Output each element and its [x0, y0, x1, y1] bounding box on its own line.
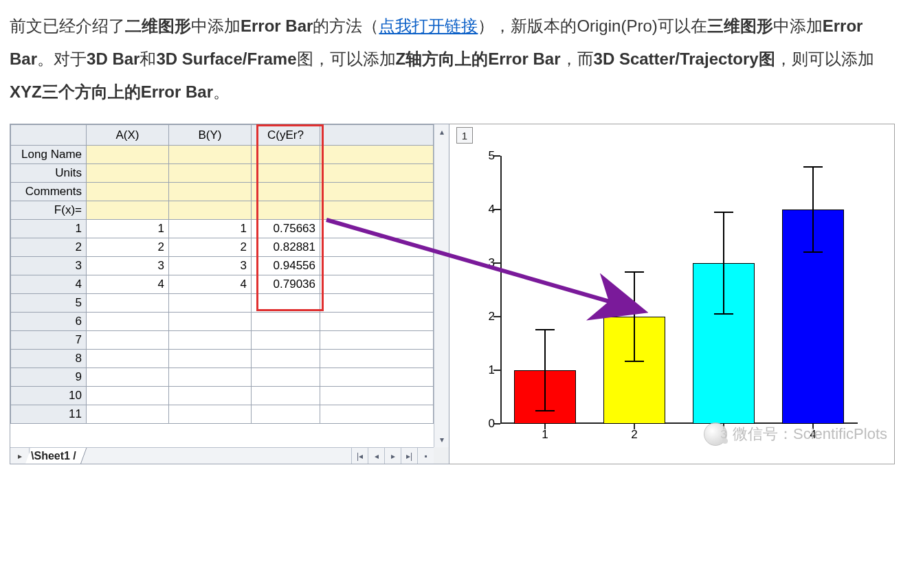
bold: 3D Surface/Frame	[156, 49, 296, 68]
cell[interactable]: 1	[87, 220, 169, 238]
row-header[interactable]: Comments	[11, 183, 87, 201]
cell[interactable]	[252, 331, 320, 350]
scroll-down-icon[interactable]: ▾	[434, 432, 449, 447]
scroll-right-icon[interactable]: ▸	[384, 448, 401, 464]
row-number[interactable]: 9	[11, 368, 87, 387]
cell[interactable]	[87, 313, 169, 331]
col-header-c[interactable]: C(yEr?	[252, 125, 320, 146]
cell[interactable]	[320, 257, 434, 275]
row-header[interactable]: F(x)=	[11, 201, 87, 220]
cell[interactable]	[87, 350, 169, 368]
table-row: 3330.94556	[11, 257, 434, 275]
cell[interactable]	[169, 350, 252, 368]
cell[interactable]: 0.75663	[252, 220, 320, 238]
col-header-a[interactable]: A(X)	[87, 125, 169, 146]
row-number[interactable]: 4	[11, 275, 87, 294]
cell[interactable]	[169, 183, 252, 201]
cell[interactable]	[320, 368, 434, 387]
scroll-up-icon[interactable]: ▴	[434, 124, 449, 139]
scroll-left-icon[interactable]: ◂	[368, 448, 384, 464]
cell[interactable]	[252, 183, 320, 201]
row-number[interactable]: 8	[11, 350, 87, 368]
cell[interactable]	[169, 331, 252, 350]
cell[interactable]	[169, 164, 252, 183]
cell[interactable]	[169, 313, 252, 331]
cell[interactable]	[169, 405, 252, 424]
text: ），新版本的Origin(Pro)可以在	[478, 16, 707, 35]
cell[interactable]	[320, 220, 434, 238]
error-bar	[723, 212, 724, 314]
cell[interactable]	[87, 368, 169, 387]
cell[interactable]	[320, 201, 434, 220]
row-number[interactable]: 11	[11, 405, 87, 424]
cell[interactable]	[320, 331, 434, 350]
row-header[interactable]: Units	[11, 164, 87, 183]
corner-header[interactable]	[11, 125, 87, 146]
row-header[interactable]: Long Name	[11, 146, 87, 164]
sheet-tab[interactable]: \Sheet1 /	[25, 448, 87, 464]
cell[interactable]	[252, 294, 320, 313]
col-header-blank[interactable]	[320, 125, 434, 146]
cell[interactable]: 2	[87, 238, 169, 257]
row-number[interactable]: 7	[11, 331, 87, 350]
cell[interactable]	[87, 146, 169, 164]
cell[interactable]	[320, 294, 434, 313]
cell[interactable]: 1	[169, 220, 252, 238]
cell[interactable]	[252, 164, 320, 183]
cell[interactable]	[87, 183, 169, 201]
scroll-right-end-icon[interactable]: ▸|	[401, 448, 417, 464]
error-cap-top	[625, 271, 644, 273]
cell[interactable]: 2	[169, 238, 252, 257]
row-number[interactable]: 2	[11, 238, 87, 257]
cell[interactable]	[252, 313, 320, 331]
cell[interactable]	[169, 201, 252, 220]
cell[interactable]	[320, 405, 434, 424]
cell[interactable]	[87, 201, 169, 220]
cell[interactable]: 4	[169, 275, 252, 294]
meta-row: Long Name	[11, 146, 434, 164]
cell[interactable]	[320, 146, 434, 164]
cell[interactable]	[169, 387, 252, 405]
cell[interactable]	[252, 350, 320, 368]
cell[interactable]	[252, 146, 320, 164]
cell[interactable]	[320, 238, 434, 257]
cell[interactable]	[320, 183, 434, 201]
error-cap-bottom	[535, 410, 555, 411]
cell[interactable]	[320, 275, 434, 294]
row-number[interactable]: 10	[11, 387, 87, 405]
cell[interactable]	[252, 368, 320, 387]
row-number[interactable]: 1	[11, 220, 87, 238]
cell[interactable]: 4	[87, 275, 169, 294]
cell[interactable]	[252, 387, 320, 405]
cell[interactable]	[87, 387, 169, 405]
row-number[interactable]: 6	[11, 313, 87, 331]
data-grid[interactable]: A(X) B(Y) C(yEr? Long NameUnitsCommentsF…	[10, 124, 434, 424]
cell[interactable]	[87, 331, 169, 350]
cell[interactable]: 3	[169, 257, 252, 275]
cell[interactable]	[320, 313, 434, 331]
layer-badge[interactable]: 1	[456, 127, 473, 144]
cell[interactable]	[87, 294, 169, 313]
cell[interactable]	[169, 146, 252, 164]
cell[interactable]	[87, 405, 169, 424]
row-number[interactable]: 3	[11, 257, 87, 275]
vertical-scrollbar[interactable]: ▴ ▾	[434, 124, 449, 447]
text: 中添加	[773, 16, 823, 35]
cell[interactable]: 0.94556	[252, 257, 320, 275]
text: 。	[213, 82, 230, 101]
scroll-left-end-icon[interactable]: |◂	[351, 448, 368, 464]
cell[interactable]: 0.79036	[252, 275, 320, 294]
cell[interactable]	[320, 387, 434, 405]
cell[interactable]	[169, 294, 252, 313]
cell[interactable]: 3	[87, 257, 169, 275]
cell[interactable]	[320, 350, 434, 368]
cell[interactable]: 0.82881	[252, 238, 320, 257]
row-number[interactable]: 5	[11, 294, 87, 313]
open-link[interactable]: 点我打开链接	[379, 16, 478, 35]
cell[interactable]	[252, 405, 320, 424]
cell[interactable]	[87, 164, 169, 183]
cell[interactable]	[252, 201, 320, 220]
cell[interactable]	[169, 368, 252, 387]
cell[interactable]	[320, 164, 434, 183]
col-header-b[interactable]: B(Y)	[169, 125, 252, 146]
